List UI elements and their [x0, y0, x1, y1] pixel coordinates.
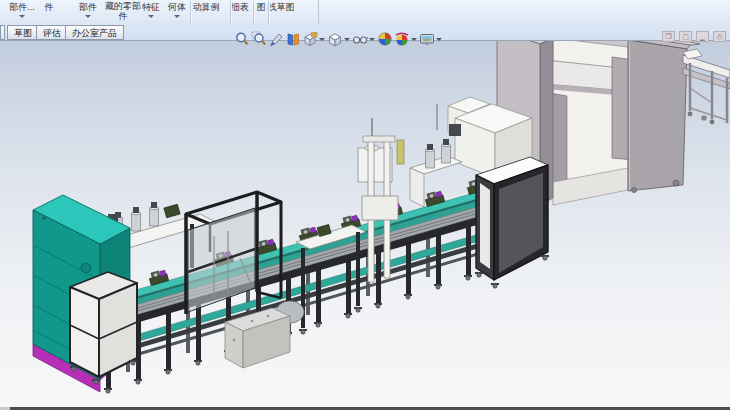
view-settings-icon[interactable]: [418, 30, 435, 48]
window-minimize-icon[interactable]: ▁: [696, 31, 709, 42]
dropdown-caret-icon[interactable]: [343, 30, 351, 48]
dropdown-caret-icon[interactable]: [148, 15, 154, 18]
zoom-to-fit-icon[interactable]: [233, 30, 250, 48]
ribbon-button-label: 部件: [68, 0, 108, 12]
dropdown-caret-icon[interactable]: [19, 15, 25, 18]
apply-scene-icon[interactable]: [393, 30, 410, 48]
tab-stub[interactable]: [0, 25, 5, 40]
ribbon-group-edge: [318, 0, 319, 25]
tab-evaluate[interactable]: 评估: [36, 25, 68, 40]
dropdown-caret-icon[interactable]: [174, 15, 180, 18]
tab-label: 草图: [14, 28, 32, 38]
edit-appearance-icon[interactable]: [376, 30, 393, 48]
display-style-icon[interactable]: [326, 30, 343, 48]
ribbon-button-label: 件: [34, 0, 64, 12]
hide-show-items-icon[interactable]: [351, 30, 368, 48]
zoom-to-area-icon[interactable]: [250, 30, 267, 48]
dropdown-caret-icon[interactable]: [435, 30, 443, 48]
ribbon-button-label: 线草图: [261, 0, 301, 12]
ribbon-separator: [230, 1, 231, 24]
view-cube-icon[interactable]: [301, 30, 318, 48]
ribbon-separator: [190, 1, 191, 24]
dropdown-caret-icon[interactable]: [318, 30, 326, 48]
dropdown-caret-icon[interactable]: [368, 30, 376, 48]
ribbon-separator: [253, 1, 254, 24]
tab-office-products[interactable]: 办公室产品: [65, 25, 124, 40]
tab-sketch[interactable]: 草图: [7, 25, 39, 40]
heads-up-view-toolbar: [233, 29, 443, 49]
ribbon-button-fastener[interactable]: 件: [34, 0, 64, 12]
tab-label: 办公室产品: [72, 28, 117, 38]
window-close-icon[interactable]: ⎙: [713, 31, 726, 42]
solidworks-window: { "ribbon": { "buttons": [ { "label": "部…: [0, 0, 730, 410]
ribbon-button-explode-line-sketch[interactable]: 线草图: [261, 0, 301, 12]
view-orientation-icon[interactable]: [284, 30, 301, 48]
window-restore-icon[interactable]: ❐: [662, 31, 675, 42]
ribbon-separator: [268, 1, 269, 24]
ribbon-button-move-component[interactable]: 部件: [68, 0, 108, 12]
document-window-controls: ❐ ▢ ▁ ⎙: [662, 31, 726, 42]
section-view-icon[interactable]: [267, 30, 284, 48]
window-maximize-icon[interactable]: ▢: [679, 31, 692, 42]
dropdown-caret-icon[interactable]: [410, 30, 418, 48]
dropdown-caret-icon[interactable]: [85, 15, 91, 18]
tab-label: 评估: [43, 28, 61, 38]
graphics-area[interactable]: [0, 41, 730, 407]
